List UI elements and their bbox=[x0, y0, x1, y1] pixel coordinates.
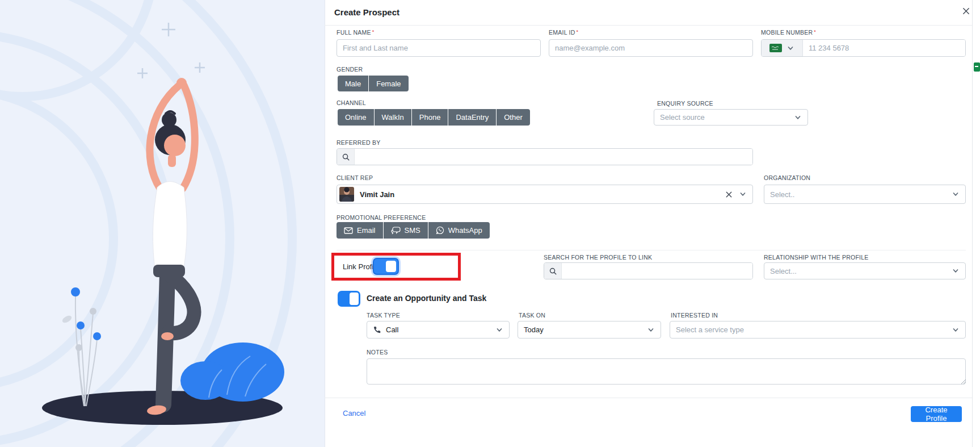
whatsapp-icon bbox=[436, 226, 444, 235]
search-icon-segment bbox=[544, 263, 562, 279]
toggle-knob bbox=[350, 293, 359, 305]
promotional-preference-label: PROMOTIONAL PREFERENCE bbox=[337, 214, 426, 221]
profile-search-input[interactable] bbox=[562, 263, 752, 279]
promotional-preference-group: Email SMS WhatsApp bbox=[337, 222, 490, 239]
profile-search-label: SEARCH FOR THE PROFILE TO LINK bbox=[544, 254, 652, 261]
chevron-down-icon bbox=[647, 326, 655, 334]
opportunity-task-toggle[interactable] bbox=[338, 291, 360, 307]
header-divider bbox=[325, 25, 972, 26]
modal-title: Create Prospect bbox=[334, 7, 399, 17]
referred-by-search bbox=[337, 148, 753, 165]
referred-by-input[interactable] bbox=[355, 149, 752, 165]
enquiry-source-label: ENQUIRY SOURCE bbox=[657, 100, 713, 107]
task-type-select[interactable]: Call bbox=[367, 321, 510, 339]
interested-in-label: INTERESTED IN bbox=[671, 312, 718, 319]
task-type-label: TASK TYPE bbox=[367, 312, 400, 319]
client-rep-label: CLIENT REP bbox=[337, 174, 373, 181]
required-asterisk: * bbox=[372, 29, 375, 35]
chevron-down-icon bbox=[952, 190, 960, 198]
edge-green-artifact bbox=[974, 62, 980, 72]
toggle-knob bbox=[386, 261, 396, 272]
mobile-number-input[interactable] bbox=[803, 40, 965, 56]
full-name-input[interactable] bbox=[337, 39, 541, 57]
phone-icon bbox=[373, 326, 381, 334]
country-code-select[interactable] bbox=[762, 40, 803, 56]
chevron-down-icon bbox=[952, 267, 960, 275]
gender-button-group: Male Female bbox=[338, 76, 409, 91]
relationship-select[interactable]: Select... bbox=[764, 262, 966, 279]
task-on-label: TASK ON bbox=[519, 312, 545, 319]
footer-divider bbox=[325, 398, 972, 398]
notes-label: NOTES bbox=[367, 349, 388, 356]
gender-label: GENDER bbox=[337, 66, 363, 73]
interested-in-select[interactable]: Select a service type bbox=[670, 321, 966, 339]
mobile-label: MOBILE NUMBER* bbox=[761, 29, 816, 36]
create-prospect-screen: Create Prospect FULL NAME* EMAIL ID* MOB… bbox=[0, 0, 980, 447]
chevron-down-icon bbox=[495, 326, 503, 334]
opportunity-task-heading: Create an Opportunity and Task bbox=[367, 294, 486, 303]
promo-email-button[interactable]: Email bbox=[337, 222, 384, 239]
client-rep-avatar bbox=[339, 187, 354, 202]
chevron-down-icon bbox=[952, 326, 960, 334]
channel-online-button[interactable]: Online bbox=[338, 109, 375, 126]
profile-search bbox=[544, 262, 753, 279]
modal-right-edge bbox=[972, 0, 973, 447]
channel-phone-button[interactable]: Phone bbox=[412, 109, 449, 126]
channel-walkin-button[interactable]: WalkIn bbox=[375, 109, 412, 126]
referred-by-label: REFERRED BY bbox=[337, 139, 380, 146]
yoga-illustration bbox=[0, 0, 325, 447]
organization-label: ORGANIZATION bbox=[764, 174, 810, 181]
chevron-down-icon bbox=[794, 114, 802, 122]
country-flag-icon bbox=[769, 44, 782, 52]
client-rep-name: Vimit Jain bbox=[360, 190, 725, 199]
resize-handle-icon[interactable] bbox=[960, 378, 966, 384]
search-icon-segment bbox=[337, 149, 355, 165]
search-icon bbox=[342, 153, 350, 161]
channel-other-button[interactable]: Other bbox=[497, 109, 530, 126]
bush-shape bbox=[180, 342, 284, 402]
channel-button-group: Online WalkIn Phone DataEntry Other bbox=[338, 109, 530, 126]
clear-icon[interactable] bbox=[725, 190, 733, 199]
client-rep-select[interactable]: Vimit Jain bbox=[337, 185, 753, 204]
chevron-down-icon bbox=[786, 44, 794, 52]
email-input[interactable] bbox=[549, 39, 753, 57]
full-name-label: FULL NAME* bbox=[337, 29, 375, 36]
woman-figure bbox=[146, 78, 195, 416]
email-label: EMAIL ID* bbox=[549, 29, 578, 36]
cancel-link[interactable]: Cancel bbox=[343, 409, 365, 417]
link-profile-toggle[interactable] bbox=[373, 258, 399, 275]
section-divider bbox=[337, 250, 966, 250]
sms-icon bbox=[391, 227, 401, 235]
email-icon bbox=[344, 227, 353, 234]
promo-whatsapp-button[interactable]: WhatsApp bbox=[428, 222, 490, 239]
search-icon bbox=[549, 267, 557, 275]
required-asterisk: * bbox=[814, 29, 816, 35]
gender-male-button[interactable]: Male bbox=[338, 76, 369, 91]
gender-female-button[interactable]: Female bbox=[369, 76, 408, 91]
channel-label: CHANNEL bbox=[337, 99, 366, 106]
promo-sms-button[interactable]: SMS bbox=[384, 222, 428, 239]
channel-dataentry-button[interactable]: DataEntry bbox=[448, 109, 497, 126]
notes-textarea[interactable] bbox=[367, 358, 966, 385]
mobile-input-group bbox=[761, 39, 966, 57]
illustration-panel bbox=[0, 0, 325, 447]
relationship-label: RELATIONSHIP WITH THE PROFILE bbox=[764, 254, 869, 261]
create-profile-button[interactable]: Create Profile bbox=[911, 406, 962, 422]
organization-select[interactable]: Select.. bbox=[764, 185, 966, 204]
required-asterisk: * bbox=[577, 29, 579, 35]
chevron-down-icon[interactable] bbox=[739, 190, 747, 198]
close-icon[interactable] bbox=[962, 7, 970, 15]
enquiry-source-select[interactable]: Select source bbox=[654, 109, 808, 126]
task-on-select[interactable]: Today bbox=[518, 321, 661, 339]
